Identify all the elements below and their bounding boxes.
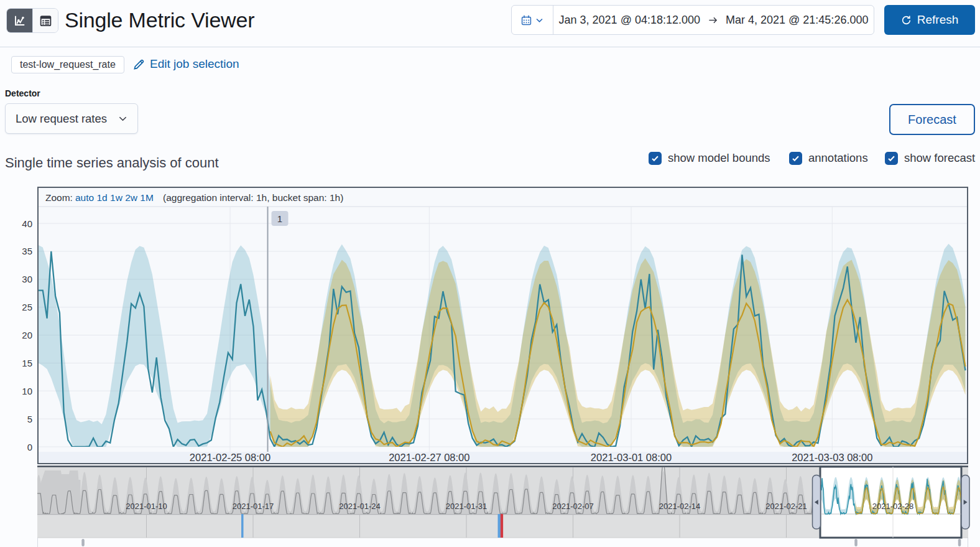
svg-text:2021-02-27 08:00: 2021-02-27 08:00	[389, 452, 469, 463]
svg-text:auto 1d 1w 2w 1M: auto 1d 1w 2w 1M	[75, 192, 154, 203]
svg-text:2021-01-24: 2021-01-24	[339, 502, 381, 511]
svg-text:Zoom:: Zoom:	[45, 192, 73, 203]
svg-text:40: 40	[22, 218, 32, 229]
svg-text:(aggregation interval: 1h, buc: (aggregation interval: 1h, bucket span: …	[163, 192, 343, 203]
svg-text:25: 25	[22, 302, 32, 312]
svg-text:2021-01-17: 2021-01-17	[233, 502, 274, 511]
svg-text:2021-02-14: 2021-02-14	[659, 502, 701, 511]
svg-text:2021-02-21: 2021-02-21	[765, 502, 807, 511]
svg-text:0: 0	[27, 442, 32, 452]
svg-text:2021-02-07: 2021-02-07	[552, 502, 594, 511]
svg-text:2021-01-10: 2021-01-10	[126, 502, 167, 511]
svg-text:30: 30	[22, 274, 32, 284]
svg-text:2021-03-03 08:00: 2021-03-03 08:00	[792, 452, 872, 463]
svg-text:5: 5	[27, 414, 32, 424]
svg-text:2021-02-25 08:00: 2021-02-25 08:00	[190, 452, 270, 463]
svg-text:2021-03-01 08:00: 2021-03-01 08:00	[591, 452, 672, 463]
svg-text:15: 15	[22, 358, 32, 368]
svg-text:20: 20	[22, 330, 32, 340]
svg-text:1: 1	[277, 213, 282, 224]
svg-text:2021-01-31: 2021-01-31	[446, 502, 488, 511]
svg-text:10: 10	[22, 386, 32, 396]
svg-text:2021-02-28: 2021-02-28	[872, 502, 914, 511]
svg-text:35: 35	[22, 246, 32, 256]
